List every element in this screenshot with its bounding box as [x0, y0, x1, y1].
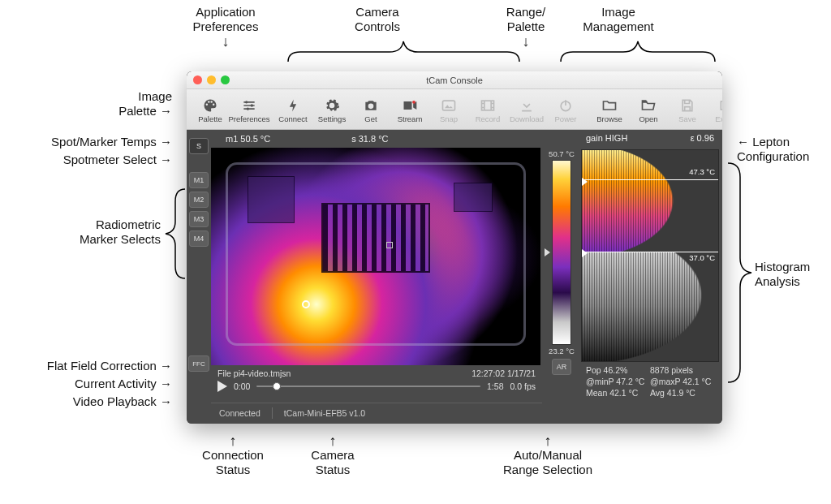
play-button[interactable] — [217, 381, 227, 392]
svg-rect-4 — [443, 101, 455, 110]
ffc-button[interactable]: FFC — [188, 355, 209, 372]
palette-button[interactable]: Palette — [192, 97, 229, 123]
hist-lower-label: 37.0 °C — [689, 253, 715, 262]
thermal-viewer[interactable] — [211, 148, 540, 365]
label: Connection Status — [202, 448, 264, 476]
stat-avg: Avg 41.9 °C — [650, 388, 714, 398]
minimize-icon[interactable] — [207, 75, 216, 84]
close-icon[interactable] — [193, 75, 202, 84]
range-min-label: 23.2 °C — [549, 347, 575, 355]
callout-image-palette: Image Palette → — [75, 89, 172, 118]
range-caret-icon[interactable] — [545, 248, 550, 256]
toolbar-group-image: Browse Open Save Export Graph — [591, 97, 722, 123]
stream-button[interactable]: Stream — [391, 97, 428, 123]
brace-camera-controls — [284, 37, 523, 67]
snap-button[interactable]: Snap — [430, 97, 467, 123]
zoom-icon[interactable] — [221, 75, 230, 84]
callout-app-prefs: Application Preferences ↓ — [177, 5, 274, 49]
browse-button[interactable]: Browse — [591, 97, 628, 123]
up-arrow-icon: ↑ — [188, 433, 278, 448]
download-icon — [519, 97, 535, 114]
down-arrow-icon: ↓ — [177, 34, 274, 49]
bolt-icon — [285, 97, 301, 114]
palette-icon — [202, 97, 218, 114]
brace-histogram — [724, 159, 756, 386]
spotmeter-overlay[interactable] — [302, 300, 310, 308]
marker-m4-button[interactable]: M4 — [189, 230, 209, 247]
gear-icon — [324, 97, 340, 114]
playback-slider[interactable] — [256, 381, 480, 391]
marker-m3-button[interactable]: M3 — [189, 211, 209, 227]
svg-point-2 — [247, 107, 249, 110]
stat-minp: @minP 47.2 °C — [586, 377, 650, 386]
brace-image-mgmt — [557, 37, 719, 67]
callout-spotmeter-select: Spotmeter Select → — [47, 153, 172, 167]
label: Spotmeter Select — [63, 153, 157, 166]
callout-current-activity: Current Activity → — [55, 377, 172, 391]
power-button[interactable]: Power — [547, 97, 584, 123]
main-pane: m1 50.5 °C s 31.8 °C File pi4-video.tmjs… — [211, 130, 542, 424]
palette-bar[interactable] — [552, 160, 571, 345]
film-icon — [480, 97, 496, 114]
toolbar-group-camera: Connect Settings Get Stream Snap Record — [274, 97, 584, 123]
marker-m2-button[interactable]: M2 — [189, 192, 209, 208]
stat-pop: Pop 46.2% — [586, 365, 650, 375]
label: Image Management — [583, 5, 654, 33]
label: Flat Field Correction — [47, 359, 157, 373]
callout-radiometric: Radiometric Marker Selects — [63, 218, 161, 247]
video-icon — [402, 97, 418, 114]
hist-lower-caret-icon[interactable] — [582, 249, 588, 257]
hist-upper-caret-icon[interactable] — [582, 178, 588, 186]
label: Palette — [198, 115, 222, 123]
stat-maxp: @maxP 42.1 °C — [650, 377, 714, 386]
label: Video Playback — [73, 394, 157, 408]
histogram-view[interactable]: 47.3 °C 37.0 °C — [581, 149, 719, 362]
settings-button[interactable]: Settings — [313, 97, 351, 123]
toolbar: Palette Preferences Connect Settings Get — [187, 89, 722, 130]
histogram-column: gain HIGH ε 0.96 47.3 °C 37.0 °C Pop 46.… — [581, 131, 719, 419]
spotmeter-button[interactable]: S — [189, 138, 209, 154]
sliders-icon — [241, 97, 257, 114]
callout-auto-manual-range: ↑ Auto/Manual Range Selection — [491, 433, 605, 477]
brace-radiometric — [161, 185, 190, 282]
marker-overlay[interactable] — [386, 242, 393, 248]
label: Current Activity — [75, 377, 157, 390]
up-arrow-icon: ↑ — [491, 433, 605, 448]
chip-region — [454, 183, 492, 211]
folder-open-icon — [640, 97, 657, 114]
callout-histogram: Histogram Analysis — [755, 260, 831, 289]
camera-status: tCam-Mini-EFB5 v1.0 — [284, 408, 365, 418]
right-arrow-icon: → — [157, 377, 172, 390]
save-button[interactable]: Save — [669, 97, 706, 123]
export-button[interactable]: Export — [708, 97, 722, 123]
save-icon — [679, 97, 695, 114]
svg-rect-5 — [482, 101, 494, 110]
range-column: 50.7 °C 23.2 °C AR — [544, 131, 579, 419]
label: Application Preferences — [193, 5, 259, 33]
up-arrow-icon: ↑ — [292, 433, 373, 448]
playback-panel: File pi4-video.tmjsn 12:27:02 1/17/21 0:… — [211, 365, 542, 403]
marker-m1-button[interactable]: M1 — [189, 172, 209, 188]
timestamp-label: 12:27:02 1/17/21 — [471, 368, 536, 378]
export-icon — [718, 97, 722, 114]
svg-point-1 — [251, 104, 253, 106]
callout-image-mgmt: Image Management — [570, 5, 667, 34]
callout-camera-status: ↑ Camera Status — [292, 433, 373, 477]
label: Export — [715, 115, 722, 123]
connect-button[interactable]: Connect — [274, 97, 312, 123]
open-button[interactable]: Open — [630, 97, 667, 123]
histogram-stats: Pop 46.2% 8878 pixels @minP 47.2 °C @max… — [581, 362, 719, 401]
preferences-button[interactable]: Preferences — [230, 97, 268, 123]
label: Open — [639, 115, 657, 123]
label: Preferences — [228, 115, 269, 123]
record-button[interactable]: Record — [469, 97, 506, 123]
stat-pixels: 8878 pixels — [650, 365, 714, 375]
app-window: tCam Console Palette Preferences Connect… — [187, 71, 722, 424]
svg-point-0 — [245, 101, 248, 103]
power-icon — [558, 97, 574, 114]
auto-range-button[interactable]: AR — [552, 359, 571, 375]
get-button[interactable]: Get — [352, 97, 390, 123]
spot-temp: s 31.8 °C — [351, 134, 388, 144]
download-button[interactable]: Download — [508, 97, 545, 123]
right-arrow-icon: → — [157, 359, 172, 373]
